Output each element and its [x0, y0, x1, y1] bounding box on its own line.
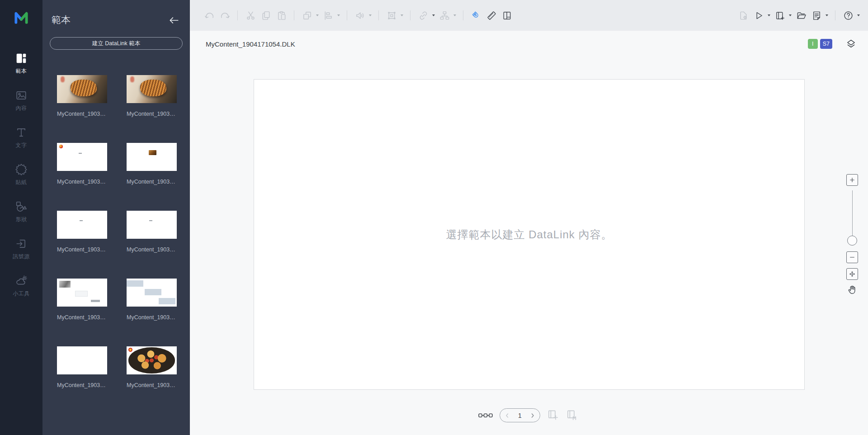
text-icon — [15, 127, 27, 138]
redo-button[interactable] — [217, 8, 232, 23]
sidebar-item-sticker[interactable]: 貼紙 — [0, 156, 42, 194]
toolbar-divider — [347, 10, 347, 20]
pan-hand-icon[interactable] — [847, 284, 858, 296]
copy-button[interactable] — [258, 8, 274, 23]
zoom-controls — [846, 174, 859, 296]
create-datalink-template-button[interactable]: 建立 DataLink 範本 — [50, 37, 183, 50]
table-button[interactable] — [499, 8, 514, 23]
new-page-dropdown-caret[interactable] — [789, 14, 792, 16]
template-label: MyContent_19031... — [57, 382, 107, 388]
zoom-out-button[interactable] — [846, 251, 858, 263]
template-thumbnail — [127, 279, 177, 307]
next-page-icon[interactable] — [529, 412, 536, 419]
play-icon — [754, 10, 764, 21]
zoom-in-button[interactable] — [846, 174, 858, 186]
template-item[interactable]: MyContent_19032... — [57, 75, 107, 117]
transform-icon — [387, 10, 397, 21]
fit-to-screen-button[interactable] — [846, 268, 858, 280]
align-dropdown-caret[interactable] — [337, 14, 340, 16]
open-button[interactable] — [793, 8, 809, 23]
sidebar-item-widget[interactable]: 小工具 — [0, 268, 42, 305]
link-dropdown-caret[interactable] — [432, 14, 435, 16]
duplicate-button[interactable] — [299, 8, 315, 23]
paste-button[interactable] — [274, 8, 289, 23]
template-item[interactable]: MyContent_19032... — [127, 211, 177, 253]
sidebar-item-label: 小工具 — [13, 290, 30, 298]
document-title: MyContent_1904171054.DLK — [206, 40, 295, 48]
toolbar-divider — [237, 10, 238, 20]
hierarchy-icon — [439, 10, 450, 21]
template-thumbnail — [127, 346, 177, 374]
template-item[interactable]: MyContent_19032... — [127, 75, 177, 117]
template-item[interactable]: MyContent_19031... — [57, 279, 107, 321]
preview-dropdown-caret[interactable] — [768, 14, 770, 16]
cut-button[interactable] — [243, 8, 258, 23]
sidebar-item-text[interactable]: 文字 — [0, 119, 42, 156]
sidebar-item-content[interactable]: 內容 — [0, 82, 42, 119]
template-label: MyContent_19031... — [57, 314, 107, 321]
template-item[interactable]: MyContent_19032... — [57, 211, 107, 253]
template-item[interactable]: MyContent_19031... — [127, 279, 177, 321]
ruler-toggle[interactable] — [484, 8, 499, 23]
page-bar: 1 — [478, 408, 578, 422]
help-dropdown-caret[interactable] — [857, 14, 860, 16]
add-page-icon[interactable] — [547, 409, 559, 421]
hierarchy-dropdown-caret[interactable] — [453, 14, 456, 16]
table-icon — [502, 10, 512, 21]
template-thumbnail — [127, 75, 177, 103]
align-icon — [323, 10, 334, 21]
magnet-toggle[interactable] — [468, 8, 484, 23]
minus-icon — [849, 254, 856, 261]
template-label: MyContent_19032... — [127, 246, 177, 253]
toolbar-divider — [294, 10, 294, 20]
new-page-button[interactable] — [772, 8, 788, 23]
fit-screen-icon — [849, 270, 856, 278]
collapse-panel-icon[interactable] — [168, 14, 180, 26]
transform-dropdown-caret[interactable] — [401, 14, 403, 16]
magnet-icon — [471, 10, 481, 21]
audio-dropdown-caret[interactable] — [369, 14, 372, 16]
cut-icon — [245, 10, 256, 21]
shapes-icon — [15, 201, 27, 213]
hierarchy-button[interactable] — [437, 8, 452, 23]
sidebar-item-template[interactable]: 範本 — [0, 45, 42, 82]
zoom-slider-track[interactable] — [852, 190, 853, 237]
preview-button[interactable] — [751, 8, 766, 23]
page-settings-icon — [738, 10, 749, 21]
template-item[interactable]: MyContent_19031... — [127, 346, 177, 388]
template-label: MyContent_19032... — [57, 111, 107, 117]
save-button[interactable] — [809, 8, 824, 23]
pages-overview-icon[interactable] — [478, 412, 493, 419]
widgets-icon — [15, 275, 27, 287]
transform-button[interactable] — [384, 8, 399, 23]
duplicate-dropdown-caret[interactable] — [316, 14, 319, 16]
page-settings-button[interactable] — [736, 8, 751, 23]
app-logo-icon — [12, 8, 30, 26]
zoom-slider-knob[interactable] — [847, 236, 857, 246]
align-button[interactable] — [321, 8, 336, 23]
toolbar-divider — [835, 10, 835, 20]
panel-title: 範本 — [52, 14, 71, 26]
undo-button[interactable] — [202, 8, 217, 23]
plus-icon — [849, 176, 856, 184]
help-button[interactable] — [840, 8, 856, 23]
sidebar-item-shape[interactable]: 形狀 — [0, 194, 42, 231]
save-page-icon[interactable] — [566, 409, 578, 421]
template-thumbnail — [57, 211, 107, 239]
sidebar-item-source[interactable]: 訊號源 — [0, 231, 42, 268]
prev-page-icon[interactable] — [504, 412, 510, 419]
toolbar-divider — [410, 10, 410, 20]
audio-icon — [355, 10, 365, 21]
save-dropdown-caret[interactable] — [826, 14, 828, 16]
template-label: MyContent_19032... — [127, 111, 177, 117]
sidebar-item-label: 貼紙 — [16, 179, 27, 186]
template-item[interactable]: MyContent_19032... — [127, 143, 177, 185]
audio-button[interactable] — [352, 8, 368, 23]
page-number-input[interactable]: 1 — [515, 412, 524, 419]
template-item[interactable]: MyContent_19032... — [57, 143, 107, 185]
layers-icon[interactable] — [845, 38, 857, 50]
toolbar — [190, 0, 868, 31]
ruler-icon — [486, 10, 497, 21]
link-button[interactable] — [415, 8, 431, 23]
template-item[interactable]: MyContent_19031... — [57, 346, 107, 388]
